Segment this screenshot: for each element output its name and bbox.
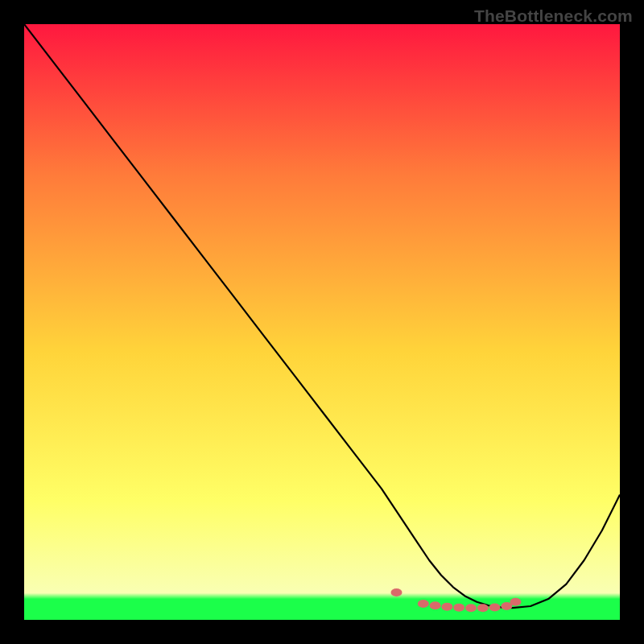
plot-area — [24, 24, 620, 620]
chart-container: TheBottleneck.com — [0, 0, 644, 644]
chart-background — [24, 24, 620, 620]
minimum-dot — [465, 604, 477, 612]
minimum-dot — [441, 603, 452, 611]
minimum-dot — [489, 603, 501, 611]
minimum-dot — [453, 604, 464, 612]
minimum-dot — [510, 598, 522, 606]
chart-svg — [24, 24, 620, 620]
minimum-dot — [430, 601, 441, 609]
minimum-dot — [391, 588, 402, 597]
minimum-dot — [418, 600, 429, 608]
minimum-dot — [477, 604, 489, 612]
watermark-text: TheBottleneck.com — [474, 6, 633, 26]
